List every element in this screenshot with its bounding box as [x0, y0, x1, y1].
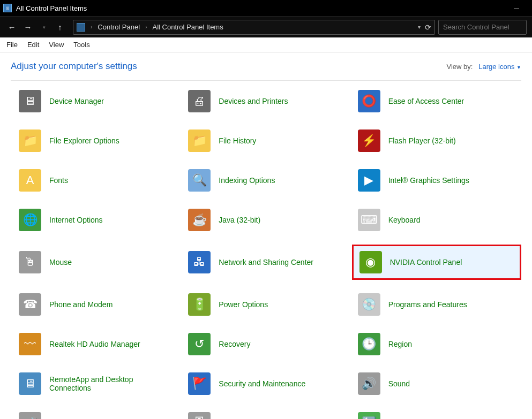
- control-panel-item[interactable]: ☕Java (32-bit): [182, 205, 351, 235]
- control-panel-item[interactable]: 🗄Storage Spaces: [182, 408, 351, 419]
- item-label: Keyboard: [388, 216, 421, 224]
- fonts-icon: A: [17, 167, 43, 193]
- items-grid: 🖥Device Manager🖨Devices and Printers⭕Eas…: [11, 86, 521, 419]
- realtek-audio-icon: 〰: [17, 331, 43, 357]
- item-label: Intel® Graphics Settings: [388, 176, 469, 185]
- item-label: Programs and Features: [388, 300, 467, 309]
- nav-forward-button[interactable]: →: [21, 21, 34, 34]
- item-label: NVIDIA Control Panel: [390, 258, 462, 266]
- breadcrumb-root[interactable]: Control Panel: [95, 22, 142, 32]
- item-label: Indexing Options: [219, 176, 275, 185]
- control-panel-icon: ⊞: [3, 4, 12, 12]
- mouse-icon: 🖱: [17, 249, 43, 275]
- security-maint-icon: 🚩: [186, 371, 212, 397]
- control-panel-item[interactable]: 💿Programs and Features: [352, 290, 521, 319]
- item-label: Phone and Modem: [49, 300, 113, 309]
- control-panel-item[interactable]: ↺Recovery: [182, 329, 351, 359]
- file-history-icon: 📁: [186, 128, 212, 154]
- control-panel-item[interactable]: 🖥Device Manager: [13, 86, 182, 116]
- refresh-button[interactable]: ⟳: [425, 23, 431, 32]
- address-bar-icon: [77, 23, 85, 32]
- item-label: Device Manager: [49, 97, 104, 105]
- control-panel-item[interactable]: 🕒Region: [352, 329, 521, 359]
- item-label: Recovery: [219, 340, 250, 348]
- speech-recog-icon: 🎤: [17, 410, 43, 419]
- control-panel-item[interactable]: ▶Intel® Graphics Settings: [352, 165, 521, 195]
- menu-view[interactable]: View: [49, 41, 64, 49]
- java-icon: ☕: [186, 207, 212, 233]
- nvidia-control-icon: ◉: [358, 249, 384, 275]
- sound-icon: 🔊: [356, 371, 382, 397]
- control-panel-item[interactable]: 📁File Explorer Options: [13, 126, 182, 156]
- item-label: Mouse: [49, 258, 72, 266]
- control-panel-item[interactable]: ⚡Flash Player (32-bit): [352, 126, 521, 156]
- control-panel-item[interactable]: ⌨Keyboard: [352, 205, 521, 235]
- control-panel-item[interactable]: 🖧Network and Sharing Center: [182, 245, 351, 280]
- item-label: Devices and Printers: [219, 97, 288, 105]
- item-label: Network and Sharing Center: [219, 258, 313, 266]
- item-label: Sound: [388, 379, 410, 388]
- control-panel-item[interactable]: AFonts: [13, 165, 182, 195]
- chevron-right-icon: ›: [144, 24, 148, 30]
- item-label: RemoteApp and Desktop Connections: [49, 375, 167, 392]
- menu-edit[interactable]: Edit: [27, 41, 39, 49]
- phone-modem-icon: ☎: [17, 292, 43, 317]
- item-label: Region: [388, 340, 412, 348]
- titlebar: ⊞ All Control Panel Items —: [0, 0, 532, 16]
- view-by-control: View by: Large icons ▼: [446, 63, 521, 71]
- page-title: Adjust your computer's settings: [11, 61, 137, 72]
- file-explorer-opts-icon: 📁: [17, 128, 43, 154]
- nav-up-button[interactable]: ↑: [54, 21, 66, 34]
- address-bar[interactable]: › Control Panel › All Control Panel Item…: [73, 20, 435, 35]
- nav-back-button[interactable]: ←: [5, 21, 18, 34]
- control-panel-item[interactable]: 🖨Devices and Printers: [182, 86, 351, 116]
- control-panel-item[interactable]: 🔊Sound: [352, 369, 521, 399]
- menu-tools[interactable]: Tools: [73, 41, 89, 49]
- control-panel-item[interactable]: 🚩Security and Maintenance: [182, 369, 351, 399]
- item-label: File Explorer Options: [49, 136, 119, 145]
- item-label: Flash Player (32-bit): [388, 136, 456, 145]
- storage-spaces-icon: 🗄: [186, 410, 212, 419]
- chevron-right-icon: ›: [89, 24, 93, 30]
- menubar: File Edit View Tools: [0, 37, 532, 52]
- control-panel-item[interactable]: 🎤Speech Recognition: [13, 408, 182, 419]
- minimize-button[interactable]: —: [504, 0, 529, 16]
- view-by-label: View by:: [446, 63, 473, 71]
- search-placeholder: Search Control Panel: [443, 23, 509, 31]
- control-panel-item[interactable]: ◉NVIDIA Control Panel: [352, 245, 521, 280]
- control-panel-item[interactable]: 〰Realtek HD Audio Manager: [13, 329, 182, 359]
- devices-printers-icon: 🖨: [186, 88, 212, 114]
- control-panel-item[interactable]: 🔋Power Options: [182, 290, 351, 319]
- item-label: Realtek HD Audio Manager: [49, 340, 140, 348]
- item-label: Fonts: [49, 176, 68, 185]
- view-by-dropdown[interactable]: Large icons ▼: [478, 63, 521, 71]
- control-panel-item[interactable]: 🖱Mouse: [13, 245, 182, 280]
- search-input[interactable]: Search Control Panel: [438, 20, 527, 35]
- breadcrumb-current[interactable]: All Control Panel Items: [150, 22, 225, 32]
- control-panel-item[interactable]: ☎Phone and Modem: [13, 290, 182, 319]
- chevron-down-icon: ▼: [516, 65, 521, 70]
- window-title: All Control Panel Items: [16, 4, 504, 12]
- item-label: Power Options: [219, 300, 268, 309]
- ease-of-access-icon: ⭕: [356, 88, 382, 114]
- remoteapp-icon: 🖥: [17, 371, 43, 397]
- control-panel-item[interactable]: 📁File History: [182, 126, 351, 156]
- device-manager-icon: 🖥: [17, 88, 43, 114]
- navbar: ← → ▾ ↑ › Control Panel › All Control Pa…: [0, 16, 532, 37]
- internet-options-icon: 🌐: [17, 207, 43, 233]
- sync-center-icon: 🔄: [356, 410, 382, 419]
- content-area: Adjust your computer's settings View by:…: [0, 52, 532, 419]
- intel-graphics-icon: ▶: [356, 167, 382, 193]
- power-options-icon: 🔋: [186, 292, 212, 317]
- address-dropdown-icon[interactable]: ▾: [418, 24, 421, 30]
- menu-file[interactable]: File: [6, 41, 18, 49]
- item-label: Security and Maintenance: [219, 379, 305, 388]
- control-panel-item[interactable]: 🔄Sync Center: [352, 408, 521, 419]
- control-panel-item[interactable]: 🖥RemoteApp and Desktop Connections: [13, 369, 182, 399]
- control-panel-item[interactable]: ⭕Ease of Access Center: [352, 86, 521, 116]
- control-panel-item[interactable]: 🌐Internet Options: [13, 205, 182, 235]
- control-panel-item[interactable]: 🔍Indexing Options: [182, 165, 351, 195]
- indexing-options-icon: 🔍: [186, 167, 212, 193]
- recovery-icon: ↺: [186, 331, 212, 357]
- nav-recent-dropdown[interactable]: ▾: [38, 21, 50, 34]
